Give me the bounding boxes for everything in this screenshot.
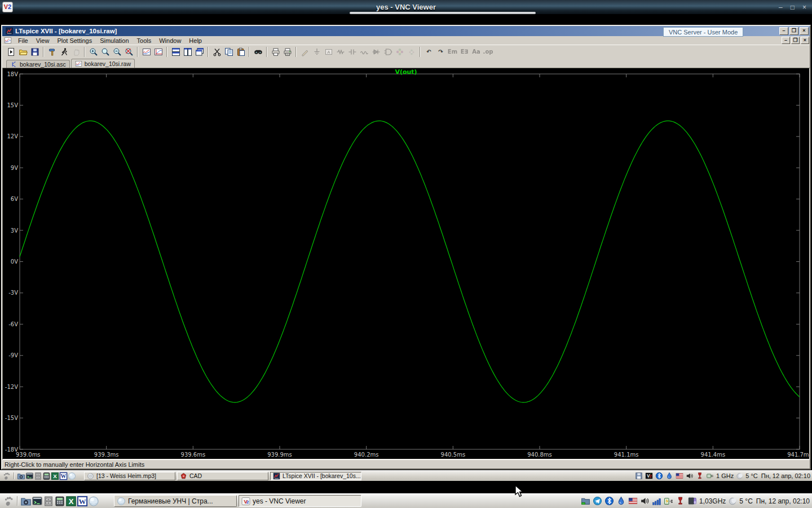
window-minimize-button[interactable]: – [779,27,788,35]
cascade-button[interactable] [193,46,205,57]
mdi-minimize-button[interactable]: – [782,37,790,44]
camera-folder-icon[interactable] [17,472,25,480]
control-panel-button[interactable] [46,46,58,57]
wine-glass-icon[interactable] [676,496,685,506]
task-button[interactable]: LTspice XVII - [bokarev_10s... [270,472,361,480]
new-schematic-button[interactable] [5,46,17,57]
open-button[interactable] [17,46,29,57]
file-cabinet-icon[interactable] [43,496,54,507]
speaker-icon[interactable] [640,496,650,506]
calculator-icon[interactable] [54,496,65,507]
tile-horizontal-button[interactable] [170,46,182,57]
copy-button[interactable] [223,46,235,57]
capacitor-button[interactable] [346,46,358,57]
tab-bokarev_10si.raw[interactable]: bokarev_10si.raw [71,59,135,68]
battery-plug-icon[interactable] [706,472,714,480]
word-icon[interactable]: W [77,496,88,507]
undo-button[interactable]: ↶ [423,46,435,57]
find-button[interactable] [252,46,264,57]
diode-button[interactable] [370,46,382,57]
spice-directive-button[interactable]: .op [482,46,494,57]
moon-icon[interactable] [728,497,737,506]
us-flag-icon[interactable] [628,496,638,506]
task-button[interactable]: V2yes - VNC Viewer [239,495,361,507]
water-drop-icon[interactable] [616,496,626,506]
menu-help[interactable]: Help [185,36,206,45]
plot-settings-button[interactable] [152,46,164,57]
calculator-icon[interactable] [42,472,51,480]
zoom-back-button[interactable] [99,46,111,57]
window-close-button[interactable]: × [800,27,809,35]
ground-button[interactable] [311,46,323,57]
gnome-foot-icon[interactable] [2,471,11,481]
inductor-button[interactable] [358,46,370,57]
paste-button[interactable] [235,46,246,57]
task-button[interactable]: [13 - Weiss Heim.mp3] [84,472,175,480]
mirror-button[interactable]: Em [447,46,458,57]
menu-simulation[interactable]: Simulation [96,36,133,45]
zoom-in-button[interactable] [87,46,99,57]
halt-button[interactable] [70,46,82,57]
net-label-button[interactable]: A [323,46,334,57]
print-button[interactable] [281,46,293,57]
globe-ball-icon[interactable] [88,496,99,507]
save-button[interactable] [29,46,41,57]
menu-file[interactable]: File [14,36,32,45]
speaker-icon[interactable] [686,472,694,480]
print-preview-button[interactable] [270,46,281,57]
telegram-icon[interactable] [593,496,602,506]
water-drop-icon[interactable] [665,472,673,480]
file-cabinet-icon[interactable] [34,472,42,480]
vnc-close-button[interactable]: × [802,3,806,11]
drag-button[interactable] [405,46,417,57]
folder-transfer-icon[interactable] [581,496,590,506]
wire-button[interactable] [299,46,311,57]
bluetooth-icon[interactable] [655,472,663,480]
signal-bars-icon[interactable] [652,496,661,506]
move-button[interactable] [394,46,405,57]
gnome-foot-icon[interactable] [2,495,15,507]
menu-view[interactable]: View [32,36,54,45]
plot-area[interactable]: V(out) 939.0ms939.3ms939.6ms939.9ms940.2… [2,68,810,459]
terminal-icon[interactable] [32,496,43,507]
vnc-dark-icon[interactable]: V2 [645,472,653,480]
tab-bokarev_10si.asc[interactable]: bokarev_10si.asc [6,60,70,68]
resistor-button[interactable] [334,46,346,57]
menu-window[interactable]: Window [155,36,185,45]
vnc-minimize-button[interactable]: – [779,3,783,11]
us-flag-icon[interactable] [676,472,683,480]
mdi-restore-button[interactable]: ❐ [791,37,800,44]
redo-button[interactable]: ↷ [435,46,447,57]
cut-button[interactable] [211,46,223,57]
zoom-out-button[interactable] [111,46,123,57]
battery-charging-icon[interactable] [664,496,673,506]
component-button[interactable] [382,46,394,57]
cpu-chip-icon[interactable] [687,496,697,506]
excel-icon[interactable]: X [65,496,77,507]
autorange-button[interactable] [140,46,152,57]
clock[interactable]: Пн, 12 апр, 02:10 [756,497,810,505]
vnc-maximize-button[interactable]: □ [791,3,795,11]
task-button[interactable]: CAD [177,472,268,480]
excel-icon[interactable]: X [51,472,59,480]
text-tool-button[interactable]: Aa [470,46,482,57]
mdi-close-button[interactable]: × [801,37,809,44]
camera-folder-icon[interactable] [20,496,32,507]
bluetooth-icon[interactable] [604,496,614,506]
zoom-full-button[interactable] [123,46,135,57]
clock[interactable]: Пн, 12 апр, 02:10 [761,472,810,479]
terminal-icon[interactable] [25,472,34,480]
trace-legend-vout[interactable]: V(out) [2,68,810,76]
menu-plot-settings[interactable]: Plot Settings [53,36,96,45]
run-button[interactable] [58,46,70,57]
window-restore-button[interactable]: ❐ [789,27,798,35]
word-icon[interactable]: W [59,472,68,480]
floppy-icon[interactable] [635,472,643,480]
tile-vertical-button[interactable] [182,46,193,57]
task-button[interactable]: Германиевые УНЧ | Стра... [114,495,237,507]
moon-icon[interactable] [736,472,743,480]
menu-tools[interactable]: Tools [133,36,156,45]
wine-glass-icon[interactable] [696,472,704,480]
rotate-button[interactable]: E∃ [458,46,470,57]
globe-ball-icon[interactable] [68,472,76,480]
